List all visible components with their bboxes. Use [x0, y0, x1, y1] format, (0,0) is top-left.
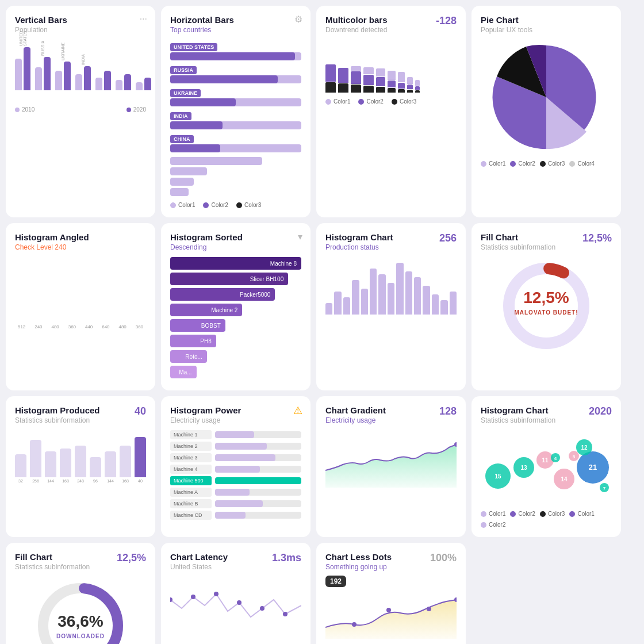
- mbar-seg-8a: [407, 85, 413, 89]
- hsorted-bar-2: Slicer BH100: [170, 273, 288, 285]
- year-2010-label: 2010: [22, 106, 34, 113]
- histogram-sorted-card: Histogram Sorted Descending ▾ Machine 8 …: [161, 223, 310, 390]
- hpower-row-7: Machine B: [170, 499, 301, 508]
- hchart-bar-15: [450, 292, 457, 315]
- hangled-lbl-3: 480: [51, 324, 59, 329]
- mbar-col-7: [398, 72, 405, 93]
- hbar-legend: Color1 Color2 Color3: [170, 202, 301, 208]
- mbar-seg-1b: [325, 82, 336, 93]
- hprod-lbl-6: 96: [90, 479, 101, 483]
- hchart-bars: [325, 257, 457, 315]
- hchart2-dot-c1b: [569, 511, 575, 517]
- hchart2-leg-c1a: Color1: [481, 511, 505, 517]
- hangled-group-1: 512: [15, 323, 28, 329]
- vbar-label-us: UNITED STATES: [19, 17, 27, 46]
- vbar-chart: UNITED STATES RUSSIA UKRAINE: [15, 41, 146, 104]
- pie-dot-c4: [569, 161, 575, 167]
- cless-badge: 192: [325, 576, 346, 587]
- hangled-group-4: 360: [66, 323, 79, 329]
- hbar-extra-row-3: [170, 178, 301, 186]
- gear-icon[interactable]: ⚙: [294, 14, 302, 25]
- hbar-extra-row-1: [170, 157, 301, 165]
- histogram-chart2-card: Histogram Chart Statistics subinformatio…: [471, 396, 621, 537]
- hbar-name-cn: CHINA: [170, 135, 194, 143]
- clatency-dot-10: [283, 612, 288, 616]
- hbar-row-cn: CHINA: [170, 133, 301, 152]
- hsorted-bar-label-7: Roto...: [185, 354, 202, 360]
- hsorted-row-5: BOBST: [170, 319, 301, 332]
- hchart2-leg-c2a: Color2: [510, 511, 535, 517]
- hprod-value: 40: [135, 405, 146, 417]
- mbar-legend-label-c3: Color3: [400, 98, 416, 105]
- hchart-value: 256: [439, 232, 457, 244]
- hsorted-bar-8: Ma...: [170, 366, 197, 378]
- hbar-track-ru: [170, 75, 301, 83]
- vbar-pair-5: [95, 71, 111, 90]
- histogram-chart-card: Histogram Chart Production status 256: [316, 223, 466, 390]
- hprod-title: Histogram Produced: [15, 405, 146, 415]
- hsorted-bar-label-2: Slicer BH100: [250, 276, 283, 282]
- hbar-name-in: INDIA: [170, 112, 191, 120]
- hpower-fill-8: [215, 512, 246, 519]
- pie-legend-c1: Color1: [481, 160, 505, 167]
- vbar-7-2010: [136, 82, 143, 90]
- bubble-label-21: 21: [589, 463, 597, 471]
- hchart-bar-4: [352, 280, 359, 315]
- hsorted-bar-label-5: BOBST: [201, 323, 221, 329]
- histogram-angled-card: Histogram Angled Check Level 240 512 240…: [6, 223, 155, 390]
- bubble-label-11: 11: [542, 457, 549, 463]
- clatency-chart: [170, 577, 301, 634]
- chart-gradient-card: Chart Gradient Electricity usage 128: [316, 396, 466, 537]
- mbar-seg-6b: [388, 88, 396, 93]
- chevron-down-icon[interactable]: ▾: [298, 231, 302, 242]
- hpower-track-1: [215, 431, 301, 438]
- hchart-bar-2: [334, 292, 341, 315]
- multibar-chart: [325, 41, 457, 93]
- hpower-row-1: Machine 1: [170, 430, 301, 439]
- hbar-subtitle: Top countries: [170, 26, 301, 34]
- year-row: 2010 2020: [15, 106, 146, 113]
- hchart-subtitle: Production status: [325, 243, 457, 251]
- hprod-lbl-8: 168: [120, 479, 131, 483]
- hpower-track-7: [215, 500, 301, 507]
- hchart2-lbl-c2b: Color2: [489, 522, 505, 528]
- hchart2-dot-c1a: [481, 511, 486, 517]
- hprod-lbl-2: 256: [30, 479, 41, 483]
- hpower-track-5: [215, 477, 301, 484]
- more-icon[interactable]: ···: [140, 14, 147, 24]
- hprod-bar-1: [15, 454, 26, 477]
- hpower-chart: Machine 1 Machine 2 Machine 3 Machine 4: [170, 430, 301, 520]
- hangled-lbl-4: 360: [68, 324, 76, 329]
- fill-main-subtitle: Statistics subinformation: [481, 243, 612, 251]
- mbar-legend-c3: Color3: [392, 98, 416, 105]
- year-2020-label: 2020: [133, 106, 146, 113]
- year-2020: 2020: [126, 106, 146, 113]
- clatency-dot-6: [237, 600, 241, 605]
- hsorted-row-3: Packer5000: [170, 288, 301, 301]
- mbar-col-1: [325, 64, 336, 93]
- cless-dot-1: [352, 622, 356, 627]
- bubble-label-5: 5: [573, 454, 576, 459]
- hprod-bar-6: [90, 457, 101, 477]
- hsorted-bar-label-8: Ma...: [179, 369, 191, 375]
- hbar-extra-fill-3: [170, 178, 194, 186]
- hchart-bar-12: [423, 286, 430, 315]
- hpower-track-2: [215, 443, 301, 450]
- vbar-6-2010: [116, 80, 122, 90]
- vbar-pair-6: [116, 74, 131, 90]
- hprod-bar-5: [75, 446, 86, 477]
- hangled-lbl-5: 440: [85, 324, 93, 329]
- pie-chart-card: Pie Chart Popular UX tools Color1 Color2: [471, 6, 621, 217]
- hangled-chart: 512 240 480 360 440 640: [15, 260, 146, 329]
- hsorted-title: Histogram Sorted: [170, 232, 301, 242]
- vbar-ru-2010: [35, 67, 42, 90]
- hchart2-leg-c3a: Color3: [540, 511, 565, 517]
- hchart2-lbl-c1b: Color1: [577, 511, 594, 517]
- hchart-bar-8: [388, 283, 394, 315]
- hsorted-bar-5: BOBST: [170, 319, 225, 332]
- hangled-lbl-6: 640: [102, 324, 109, 329]
- vbar-pair-in: [75, 66, 91, 90]
- bubble-label-7: 7: [603, 486, 606, 491]
- fill-donut-container: 12,5% MALOVATO BUDET!: [481, 257, 612, 355]
- hsorted-bar-7: Roto...: [170, 350, 207, 363]
